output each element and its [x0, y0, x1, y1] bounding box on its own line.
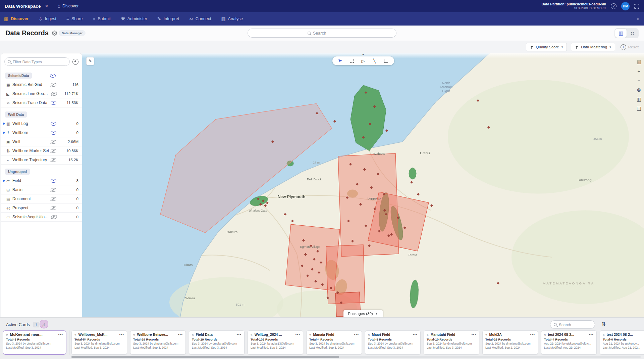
collapse-card-icon[interactable]: «	[309, 333, 311, 336]
collapse-chevrons-icon[interactable]: «	[44, 5, 50, 7]
datatype-row-wellbore[interactable]: ↟Wellbore0	[1, 128, 82, 137]
datatype-row-well-log[interactable]: ▥Well Log0	[1, 119, 82, 128]
package-card-manaia-field[interactable]: «Manaia Field•••Total-4 RecordsSep 3, 20…	[306, 330, 362, 355]
expand-card-icon[interactable]: »	[6, 333, 8, 336]
datatype-row-seismic-trace-data[interactable]: ≋Seismic Trace Data11.53K	[1, 98, 82, 107]
datatype-row-seismic-line-geome[interactable]: ◣Seismic Line Geome...112.71K	[1, 89, 82, 98]
draw-tool-button[interactable]: ✎	[86, 57, 94, 65]
nav-item-share[interactable]: ≡Share	[66, 16, 83, 21]
select-tool-button[interactable]	[338, 58, 343, 63]
package-card-manutahi-field[interactable]: «Manutahi Field•••Total-10 RecordsSep 3,…	[424, 330, 479, 355]
add-filter-button[interactable]: +	[621, 44, 626, 50]
nav-item-submit[interactable]: ⌖Submit	[93, 16, 111, 22]
polygon-select-tool-button[interactable]: ▷	[361, 58, 366, 63]
datatype-row-seismic-bin-grid[interactable]: ▦Seismic Bin Grid116	[1, 80, 82, 89]
quality-score-filter-button[interactable]: Quality Score ▾	[526, 43, 567, 51]
card-menu-button[interactable]: •••	[119, 332, 124, 336]
cards-search-input[interactable]	[559, 323, 591, 327]
collapse-card-icon[interactable]: «	[192, 333, 194, 336]
collapse-card-icon[interactable]: «	[133, 333, 135, 336]
reset-button[interactable]: Reset	[628, 45, 639, 49]
cards-search[interactable]	[550, 320, 595, 329]
layers-button[interactable]: ❏	[637, 106, 641, 111]
card-menu-button[interactable]: •••	[178, 332, 183, 336]
packages-dropdown[interactable]: Packages (30) ▼	[343, 310, 383, 317]
card-menu-button[interactable]: •••	[589, 332, 594, 336]
rectangle-select-tool-button[interactable]	[349, 58, 355, 63]
line-tool-button[interactable]: ╲	[372, 58, 377, 63]
visibility-eye-icon[interactable]	[51, 101, 56, 105]
package-card-maari-field[interactable]: «Maari Field•••Total-8 RecordsSep 3, 202…	[365, 330, 421, 355]
datatype-row-prospect[interactable]: ◎Prospect0	[1, 204, 82, 213]
breadcrumb[interactable]: ⌂ Discover	[57, 3, 78, 9]
visibility-eye-icon[interactable]	[51, 188, 56, 192]
table-view-button[interactable]: ▥	[637, 97, 641, 102]
package-card-wellbore-betwee[interactable]: «Wellbore Betwee...•••Total-29 RecordsSe…	[130, 330, 186, 355]
cards-scrollbar[interactable]	[71, 356, 641, 358]
card-menu-button[interactable]: •••	[530, 332, 535, 336]
datatype-row-wellbore-trajectory[interactable]: ⌣Wellbore Trajectory15.2K	[1, 155, 82, 165]
sort-cards-button[interactable]: ⇅	[601, 321, 606, 327]
datatype-row-document[interactable]: ▤Document0	[1, 194, 82, 204]
card-menu-button[interactable]: •••	[295, 332, 300, 336]
visibility-eye-icon[interactable]	[51, 92, 57, 96]
cards-scrollbar-thumb[interactable]	[71, 356, 339, 358]
measure-button[interactable]: ⊚	[637, 87, 641, 92]
visibility-eye-icon[interactable]	[51, 149, 56, 153]
grid-view-button[interactable]: ∷	[627, 29, 638, 38]
package-card-moki2a[interactable]: «Moki2A•••Total-26 RecordsSep 2, 2024 by…	[482, 330, 538, 355]
map-canvas[interactable]: NorthTaranakiBightWaitaraUrenuiLepperton…	[82, 53, 644, 317]
fullscreen-icon[interactable]	[634, 4, 639, 9]
card-menu-button[interactable]: •••	[471, 332, 476, 336]
basemap-toggle-button[interactable]: ▧	[637, 59, 641, 64]
card-menu-button[interactable]: •••	[354, 332, 359, 336]
package-card-welllog-2024[interactable]: «WellLog_2024-...•••Total-102 RecordsSep…	[248, 330, 303, 355]
datatype-filter-input[interactable]	[13, 60, 66, 64]
visibility-eye-icon[interactable]	[51, 158, 56, 162]
group-badge[interactable]: Ungrouped	[5, 169, 30, 175]
global-search-input[interactable]	[313, 31, 336, 36]
collapse-card-icon[interactable]: «	[74, 333, 76, 336]
nav-item-interpret[interactable]: ✎Interpret	[157, 16, 179, 21]
visibility-eye-icon[interactable]	[51, 215, 57, 219]
avatar[interactable]: DM	[621, 2, 630, 10]
collapse-card-icon[interactable]: «	[485, 333, 487, 336]
visibility-eye-icon[interactable]	[51, 131, 56, 135]
zoom-out-button[interactable]: −	[638, 78, 641, 83]
active-card[interactable]: » McKee and near... ••• Total-3 Records …	[3, 330, 66, 355]
card-menu-button[interactable]: •••	[58, 332, 63, 336]
collapse-card-icon[interactable]: «	[544, 333, 546, 336]
navbar-collapse-icon[interactable]: «	[636, 17, 641, 20]
package-card-test-2024-08-2[interactable]: «test 2024-08-2...•••Total-4 RecordsAug …	[541, 330, 597, 355]
zoom-in-button[interactable]: +	[638, 69, 641, 74]
package-card-test-2024-08-2[interactable]: «test 2024-08-2...•••Total-0 RecordsAug …	[600, 330, 644, 355]
visibility-eye-icon[interactable]	[51, 197, 56, 201]
box-tool-button[interactable]	[383, 58, 389, 63]
card-menu-button[interactable]: •••	[413, 332, 418, 336]
datatype-row-seismic-acquisition[interactable]: ▭Seismic Acquisition ...0	[1, 213, 82, 222]
datatype-row-well[interactable]: ▣Well2.66M	[1, 137, 82, 146]
collapse-card-icon[interactable]: «	[368, 333, 370, 336]
data-mastering-filter-button[interactable]: Data Mastering ▾	[571, 43, 615, 51]
nav-item-connect[interactable]: ∾Connect	[189, 16, 211, 21]
visibility-eye-icon[interactable]	[51, 179, 56, 183]
add-datatype-button[interactable]	[72, 59, 78, 65]
card-menu-button[interactable]: •••	[236, 332, 241, 336]
datatype-row-basin[interactable]: ⊟Basin0	[1, 185, 82, 194]
visibility-eye-icon[interactable]	[51, 122, 56, 126]
datatype-row-field[interactable]: ▱Field3	[1, 176, 82, 185]
group-badge[interactable]: SeismicData	[5, 73, 32, 79]
nav-item-discover[interactable]: ▦Discover	[4, 16, 29, 21]
collapse-card-icon[interactable]: «	[251, 333, 253, 336]
group-visibility-eye-icon[interactable]	[50, 74, 56, 78]
package-card-wellbores-mck[interactable]: «Wellbores_McK...•••Total-54 RecordsSep …	[71, 330, 127, 355]
global-search[interactable]	[248, 29, 396, 38]
nav-item-ingest[interactable]: ⇩Ingest	[39, 16, 56, 21]
visibility-eye-icon[interactable]	[51, 83, 56, 87]
visibility-eye-icon[interactable]	[51, 140, 56, 144]
collapse-card-icon[interactable]: «	[603, 333, 605, 336]
help-button[interactable]: ?	[611, 3, 616, 9]
package-card-field-data[interactable]: «Field Data•••Total-29 RecordsSep 3, 202…	[189, 330, 245, 355]
column-view-button[interactable]: ▥	[615, 29, 627, 38]
nav-item-analyse[interactable]: ▥Analyse	[221, 16, 243, 21]
